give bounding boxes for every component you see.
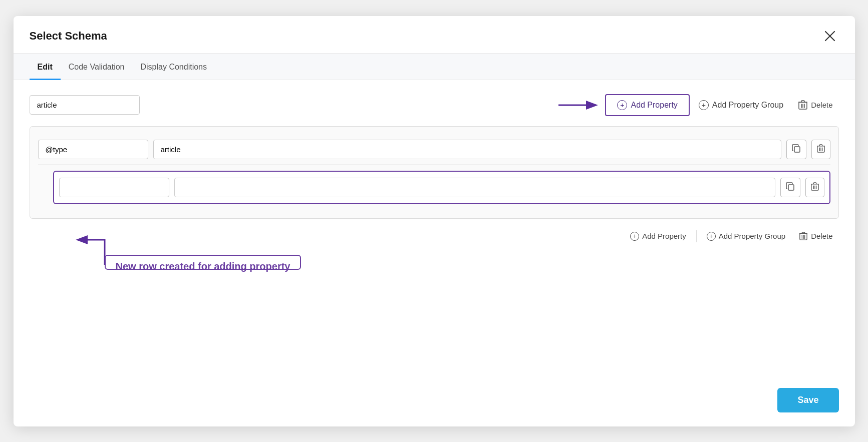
- delete-row-button[interactable]: [811, 140, 830, 159]
- delete-new-row-button[interactable]: [805, 178, 824, 197]
- property-key-input[interactable]: [38, 140, 148, 159]
- svg-rect-15: [788, 185, 794, 190]
- bottom-delete-label: Delete: [811, 232, 832, 240]
- annotation-container: New row created for adding property: [45, 255, 839, 315]
- new-property-key-input[interactable]: [59, 178, 169, 197]
- modal-title: Select Schema: [30, 30, 107, 43]
- tab-code-validation[interactable]: Code Validation: [61, 54, 133, 80]
- trash-new-icon: [811, 182, 819, 191]
- bottom-add-property-group-button[interactable]: + Add Property Group: [699, 228, 793, 245]
- copy-new-row-button[interactable]: [780, 178, 800, 197]
- annotation-box: New row created for adding property: [105, 255, 302, 270]
- trash-bottom-icon: [799, 232, 807, 241]
- bottom-add-property-group-label: Add Property Group: [719, 232, 785, 240]
- copy-new-icon: [786, 182, 795, 191]
- top-delete-button[interactable]: Delete: [792, 95, 838, 115]
- bottom-delete-button[interactable]: Delete: [793, 227, 838, 246]
- top-controls: + Add Property + Add Property Group: [30, 94, 839, 116]
- top-delete-label: Delete: [811, 101, 832, 109]
- add-property-label: Add Property: [631, 101, 677, 110]
- add-property-group-button[interactable]: + Add Property Group: [690, 95, 792, 115]
- annotation-text: New row created for adding property: [116, 261, 291, 272]
- tab-edit[interactable]: Edit: [30, 54, 61, 80]
- trash-icon: [798, 100, 807, 110]
- add-property-group-label: Add Property Group: [712, 101, 783, 110]
- copy-icon: [792, 144, 801, 153]
- modal: Select Schema Edit Code Validation Displ…: [14, 16, 855, 426]
- modal-body: + Add Property + Add Property Group: [14, 80, 855, 426]
- bottom-add-property-plus-icon: +: [630, 232, 639, 241]
- add-property-plus-icon: +: [617, 100, 627, 110]
- new-property-value-input[interactable]: [174, 178, 775, 197]
- table-row: [38, 135, 830, 165]
- add-property-button[interactable]: + Add Property: [605, 94, 689, 116]
- close-button[interactable]: [821, 27, 839, 45]
- bottom-add-property-button[interactable]: + Add Property: [622, 228, 694, 245]
- top-controls-right: + Add Property + Add Property Group: [556, 94, 838, 116]
- properties-section: [30, 126, 839, 219]
- save-button[interactable]: Save: [777, 388, 838, 412]
- tabs-bar: Edit Code Validation Display Conditions: [14, 54, 855, 80]
- trash-row-icon: [817, 144, 825, 153]
- add-property-arrow: [556, 95, 601, 115]
- add-property-group-plus-icon: +: [699, 100, 709, 110]
- bottom-add-property-label: Add Property: [642, 232, 686, 240]
- bottom-add-property-group-plus-icon: +: [707, 232, 716, 241]
- svg-rect-9: [794, 147, 800, 152]
- tab-display-conditions[interactable]: Display Conditions: [133, 54, 215, 80]
- modal-header: Select Schema: [14, 16, 855, 54]
- property-value-input[interactable]: [153, 140, 781, 159]
- separator: [696, 230, 697, 242]
- schema-name-input[interactable]: [30, 95, 140, 115]
- copy-row-button[interactable]: [786, 140, 806, 159]
- new-property-row: [53, 171, 830, 204]
